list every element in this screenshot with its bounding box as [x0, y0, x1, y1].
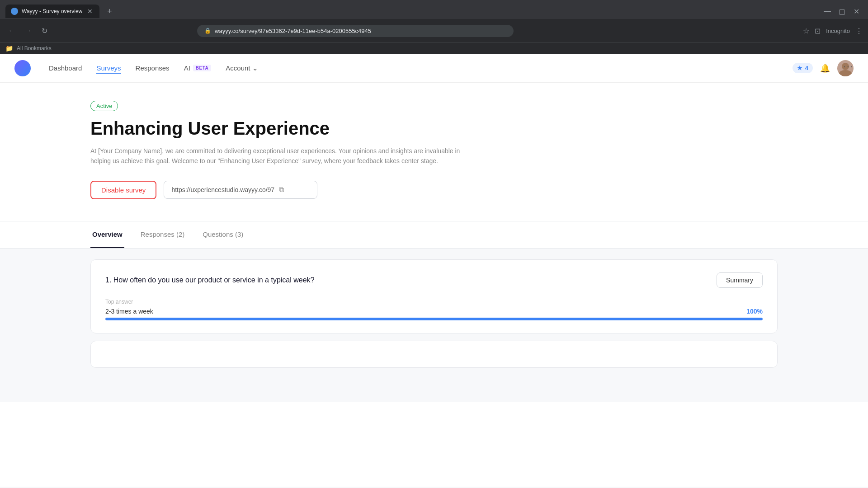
disable-survey-button[interactable]: Disable survey: [90, 181, 156, 199]
survey-title: Enhancing User Experience: [90, 118, 778, 139]
survey-url-box: https://uxperiencestudio.wayyy.co/97 ⧉: [164, 181, 317, 199]
tab-questions[interactable]: Questions (3): [201, 221, 245, 248]
incognito-label: Incognito: [826, 28, 850, 34]
question-body: How often do you use our product or serv…: [113, 276, 315, 284]
address-bar[interactable]: 🔒 wayyy.co/survey/97e53362-7e9d-11ee-b54…: [197, 25, 514, 37]
minimize-button[interactable]: —: [821, 5, 834, 18]
close-window-button[interactable]: ✕: [850, 5, 863, 18]
nav-account-label: Account: [226, 64, 250, 72]
content-area: Overview Responses (2) Questions (3) 1. …: [0, 221, 868, 402]
tab-favicon: [11, 8, 18, 15]
question-header: 1. How often do you use our product or s…: [105, 272, 763, 288]
app-logo[interactable]: [14, 60, 31, 76]
copy-url-button[interactable]: ⧉: [279, 186, 284, 194]
more-options-button[interactable]: ···: [843, 61, 854, 71]
notif-count: 4: [805, 65, 808, 71]
browser-chrome: Wayyy - Survey overview ✕ + — ▢ ✕ ← → ↻ …: [0, 0, 868, 54]
beta-badge: BETA: [193, 65, 211, 71]
survey-description: At [Your Company Name], we are committed…: [90, 146, 470, 166]
tab-responses[interactable]: Responses (2): [139, 221, 187, 248]
answer-row: 2-3 times a week 100%: [105, 308, 763, 315]
nav-dashboard[interactable]: Dashboard: [49, 62, 82, 74]
active-tab[interactable]: Wayyy - Survey overview ✕: [5, 5, 99, 18]
tab-overview[interactable]: Overview: [90, 221, 124, 248]
status-badge: Active: [90, 101, 118, 111]
notification-badge[interactable]: ★ 4: [793, 63, 813, 73]
top-answer-label: Top answer: [105, 299, 763, 305]
tab-close-btn[interactable]: ✕: [86, 7, 94, 15]
top-answer-pct: 100%: [746, 308, 763, 315]
app-container: Dashboard Surveys Responses AI BETA Acco…: [0, 54, 868, 487]
lock-icon: 🔒: [204, 28, 211, 34]
nav-responses[interactable]: Responses: [136, 62, 170, 74]
url-text: wayyy.co/survey/97e53362-7e9d-11ee-b54a-…: [215, 28, 371, 34]
window-controls: — ▢ ✕: [821, 5, 863, 18]
survey-header: Active Enhancing User Experience At [You…: [0, 83, 868, 221]
progress-bar-fill: [105, 318, 763, 320]
back-button[interactable]: ←: [5, 24, 18, 37]
tab-title: Wayyy - Survey overview: [22, 8, 82, 14]
summary-button[interactable]: Summary: [717, 272, 763, 288]
nav-ai[interactable]: AI BETA: [184, 64, 212, 72]
nav-account[interactable]: Account ⌄: [226, 64, 258, 72]
nav-ai-label: AI: [184, 64, 190, 72]
survey-url-text: https://uxperiencestudio.wayyy.co/97: [171, 186, 274, 193]
extensions-icon[interactable]: ⋮: [855, 27, 863, 35]
bookmarks-bar: 📁 All Bookmarks: [0, 42, 868, 54]
bookmark-star-icon[interactable]: ☆: [803, 27, 809, 35]
question-card-1: 1. How often do you use our product or s…: [90, 259, 778, 333]
top-nav: Dashboard Surveys Responses AI BETA Acco…: [0, 54, 868, 83]
top-answer-text: 2-3 times a week: [105, 308, 153, 315]
all-bookmarks-label[interactable]: All Bookmarks: [17, 45, 52, 52]
progress-bar: [105, 318, 763, 320]
survey-actions: Disable survey https://uxperiencestudio.…: [90, 181, 778, 199]
forward-button[interactable]: →: [22, 24, 34, 37]
tabs-bar: Overview Responses (2) Questions (3): [0, 221, 868, 249]
bookmarks-folder-icon: 📁: [5, 45, 13, 52]
browser-toolbar: ← → ↻ 🔒 wayyy.co/survey/97e53362-7e9d-11…: [0, 19, 868, 42]
question-number: 1.: [105, 276, 111, 284]
notif-icon: ★: [797, 65, 802, 71]
toolbar-right: ☆ ⊡ Incognito ⋮: [803, 27, 863, 35]
new-tab-button[interactable]: +: [103, 5, 116, 18]
refresh-button[interactable]: ↻: [38, 24, 51, 37]
account-chevron-icon: ⌄: [252, 64, 258, 72]
bell-icon[interactable]: 🔔: [820, 63, 830, 73]
reader-mode-icon[interactable]: ⊡: [815, 27, 821, 35]
question-text-1: 1. How often do you use our product or s…: [105, 276, 314, 284]
maximize-button[interactable]: ▢: [835, 5, 848, 18]
tab-bar: Wayyy - Survey overview ✕ + — ▢ ✕: [0, 0, 868, 19]
nav-surveys[interactable]: Surveys: [96, 62, 121, 74]
question-card-2: [90, 341, 778, 368]
